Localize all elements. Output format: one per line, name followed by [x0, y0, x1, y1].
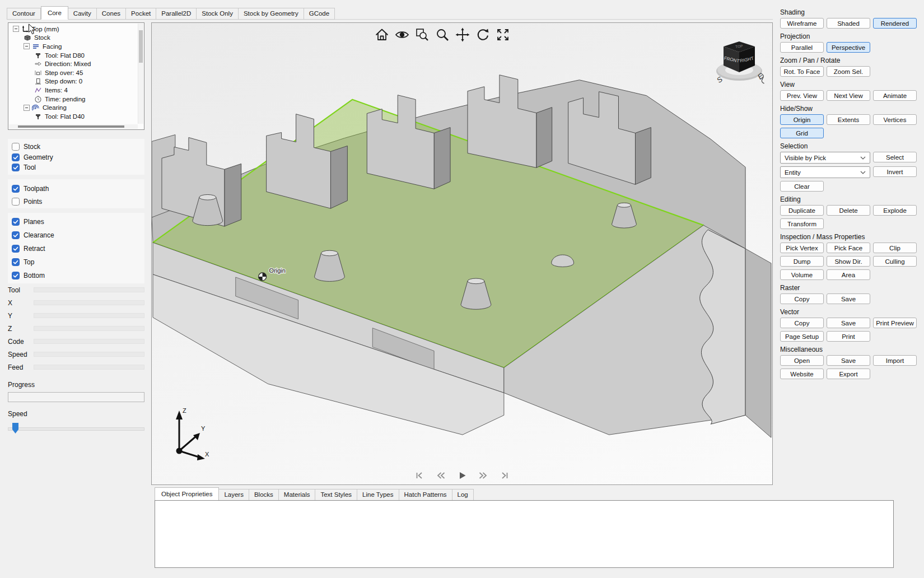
- slider-track-z[interactable]: [34, 326, 144, 331]
- inspection-mass-properties-dump-button[interactable]: Dump: [780, 256, 824, 267]
- raster-copy-button[interactable]: Copy: [780, 293, 824, 304]
- select-button[interactable]: Select: [873, 152, 917, 162]
- zoom-icon[interactable]: [434, 26, 451, 43]
- tree-item-clearing[interactable]: Clearing: [10, 103, 138, 112]
- hide-show-extents-button[interactable]: Extents: [827, 114, 870, 125]
- view-next-view-button[interactable]: Next View: [827, 90, 870, 101]
- tree-item-tool-flat-d80[interactable]: Tool: Flat D80: [10, 51, 138, 60]
- checkbox-toolpath[interactable]: Toolpath: [12, 182, 141, 195]
- inspection-mass-properties-culling-button[interactable]: Culling: [873, 256, 917, 267]
- tree-collapse-icon[interactable]: [13, 26, 19, 32]
- checkbox-retract[interactable]: Retract: [12, 242, 141, 255]
- checkbox-tool[interactable]: Tool: [12, 162, 141, 173]
- bottom-tab-blocks[interactable]: Blocks: [249, 489, 279, 501]
- top-tab-cavity[interactable]: Cavity: [68, 8, 97, 20]
- vector-print-preview-button[interactable]: Print Preview: [873, 318, 917, 328]
- vector-save-button[interactable]: Save: [827, 318, 870, 328]
- zoom-pan-rotate-zoom-sel-button[interactable]: Zoom Sel.: [827, 66, 870, 77]
- skip-end-icon[interactable]: [500, 470, 510, 481]
- bottom-tab-object-proprieties[interactable]: Object Proprieties: [155, 487, 219, 501]
- clear-button[interactable]: Clear: [780, 181, 824, 192]
- checkbox-points[interactable]: Points: [12, 195, 141, 208]
- top-tab-pocket[interactable]: Pocket: [126, 8, 156, 20]
- top-tab-stock-by-geometry[interactable]: Stock by Geometry: [239, 8, 304, 20]
- top-tab-cones[interactable]: Cones: [97, 8, 126, 20]
- bottom-tab-line-types[interactable]: Line Types: [357, 489, 399, 501]
- editing-delete-button[interactable]: Delete: [827, 205, 870, 216]
- tree-item-tool-flat-d40[interactable]: Tool: Flat D40: [10, 112, 138, 121]
- bottom-tab-layers[interactable]: Layers: [219, 489, 249, 501]
- tree-item-direction-mixed[interactable]: Direction: Mixed: [10, 59, 138, 68]
- inspection-mass-properties-volume-button[interactable]: Volume: [780, 269, 824, 280]
- slider-track-feed[interactable]: [34, 365, 144, 370]
- eye-icon[interactable]: [394, 26, 410, 43]
- shading-wireframe-button[interactable]: Wireframe: [780, 18, 824, 29]
- top-tab-stock-only[interactable]: Stock Only: [197, 8, 239, 20]
- skip-start-icon[interactable]: [414, 470, 424, 481]
- top-tab-contour[interactable]: Contour: [7, 8, 41, 20]
- tree-vscroll-thumb[interactable]: [139, 30, 143, 63]
- tree-collapse-icon[interactable]: [24, 105, 30, 111]
- tree-item-time-pending[interactable]: Time: pending: [10, 95, 138, 104]
- checkbox-top[interactable]: Top: [12, 255, 141, 269]
- tree-item-step-down-0[interactable]: Step down: 0: [10, 77, 138, 86]
- editing-transform-button[interactable]: Transform: [780, 218, 824, 229]
- vector-print-button[interactable]: Print: [827, 331, 870, 342]
- slider-track-speed[interactable]: [34, 352, 144, 357]
- speed-slider-thumb[interactable]: [12, 423, 18, 434]
- top-tab-core[interactable]: Core: [41, 6, 68, 20]
- speed-slider[interactable]: [8, 423, 144, 434]
- vector-page-setup-button[interactable]: Page Setup: [780, 331, 824, 342]
- miscellaneous-export-button[interactable]: Export: [827, 369, 870, 379]
- checkbox-clearance[interactable]: Clearance: [12, 229, 141, 242]
- hide-show-vertices-button[interactable]: Vertices: [873, 114, 917, 125]
- checked-checkbox-icon[interactable]: [12, 245, 20, 253]
- tree-item-items-4[interactable]: Items: 4: [10, 86, 138, 95]
- selection-mode-dropdown[interactable]: Visible by Pick: [780, 152, 870, 164]
- inspection-mass-properties-show-dir-button[interactable]: Show Dir.: [827, 256, 870, 267]
- speed-slider-track[interactable]: [8, 427, 144, 431]
- checkbox-planes[interactable]: Planes: [12, 215, 141, 229]
- inspection-mass-properties-clip-button[interactable]: Clip: [873, 243, 917, 253]
- checked-checkbox-icon[interactable]: [12, 258, 20, 266]
- bottom-tab-text-styles[interactable]: Text Styles: [315, 489, 357, 501]
- projection-perspective-button[interactable]: Perspective: [827, 42, 870, 53]
- rewind-icon[interactable]: [436, 470, 446, 481]
- checked-checkbox-icon[interactable]: [12, 185, 20, 193]
- invert-button[interactable]: Invert: [873, 166, 917, 177]
- projection-parallel-button[interactable]: Parallel: [780, 42, 824, 53]
- unchecked-checkbox-icon[interactable]: [12, 143, 20, 151]
- fit-icon[interactable]: [494, 26, 511, 43]
- slider-track-code[interactable]: [34, 339, 144, 344]
- checked-checkbox-icon[interactable]: [12, 164, 20, 171]
- shading-shaded-button[interactable]: Shaded: [827, 18, 870, 29]
- slider-track-tool[interactable]: [34, 287, 144, 292]
- top-tab-parallel2d[interactable]: Parallel2D: [156, 8, 197, 20]
- inspection-mass-properties-pick-vertex-button[interactable]: Pick Vertex: [780, 243, 824, 253]
- raster-save-button[interactable]: Save: [827, 293, 870, 304]
- bottom-tab-materials[interactable]: Materials: [279, 489, 316, 501]
- miscellaneous-open-button[interactable]: Open: [780, 355, 824, 366]
- slider-track-x[interactable]: [34, 300, 144, 305]
- selection-entity-dropdown[interactable]: Entity: [780, 166, 870, 178]
- tree-vertical-scrollbar[interactable]: [138, 24, 143, 124]
- zoom-window-icon[interactable]: [414, 26, 431, 43]
- play-icon[interactable]: [457, 470, 467, 481]
- tree-collapse-icon[interactable]: [24, 43, 30, 49]
- unchecked-checkbox-icon[interactable]: [12, 198, 20, 206]
- miscellaneous-website-button[interactable]: Website: [780, 369, 824, 379]
- rotate-icon[interactable]: [474, 26, 491, 43]
- shading-rendered-button[interactable]: Rendered: [873, 18, 917, 29]
- view-prev-view-button[interactable]: Prev. View: [780, 90, 824, 101]
- tree-hscroll-thumb[interactable]: [18, 125, 124, 128]
- miscellaneous-save-button[interactable]: Save: [827, 355, 870, 366]
- view-cube[interactable]: S E TOP FRONT RIGHT: [714, 38, 766, 89]
- view-animate-button[interactable]: Animate: [873, 90, 917, 101]
- checkbox-geometry[interactable]: Geometry: [12, 152, 141, 163]
- pan-icon[interactable]: [454, 26, 471, 43]
- editing-duplicate-button[interactable]: Duplicate: [780, 205, 824, 216]
- hide-show-grid-button[interactable]: Grid: [780, 128, 824, 138]
- hide-show-origin-button[interactable]: Origin: [780, 114, 824, 125]
- bottom-tab-hatch-patterns[interactable]: Hatch Patterns: [399, 489, 452, 501]
- checkbox-stock[interactable]: Stock: [12, 142, 141, 152]
